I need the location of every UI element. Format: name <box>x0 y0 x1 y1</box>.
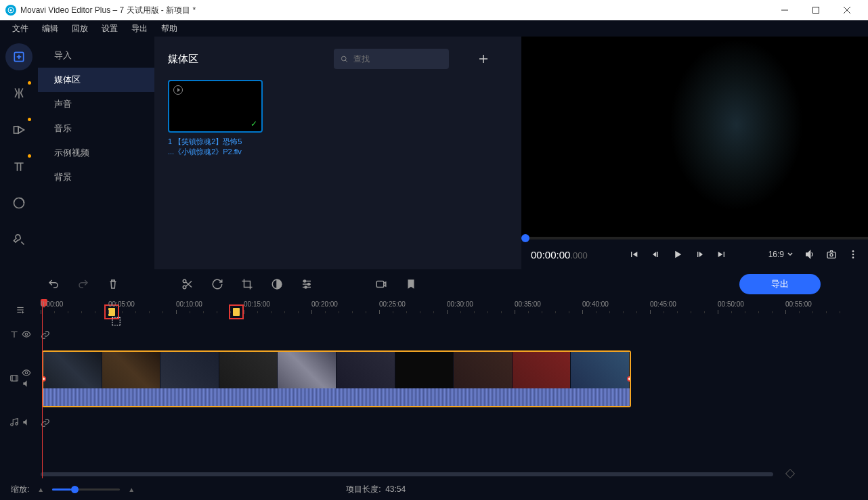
play-button[interactable] <box>672 248 684 260</box>
svg-rect-36 <box>11 376 18 381</box>
record-button[interactable] <box>375 278 387 290</box>
video-track-head[interactable] <box>0 350 41 406</box>
zoom-out-button[interactable]: ▲ <box>37 486 44 493</box>
svg-point-19 <box>852 256 854 258</box>
visibility-icon[interactable] <box>22 368 31 378</box>
titles-track[interactable] <box>41 321 868 348</box>
redo-button[interactable] <box>77 278 89 290</box>
sidebar-item-background[interactable]: 背景 <box>38 165 154 189</box>
play-icon <box>173 85 183 95</box>
window-title: Movavi Video Editor Plus – 7 天试用版 - 新项目 … <box>20 5 769 16</box>
marker-2[interactable] <box>229 304 244 319</box>
video-track[interactable] <box>41 350 868 406</box>
project-length: 项目长度: 43:54 <box>346 484 406 495</box>
svg-point-18 <box>852 254 854 256</box>
rail-import[interactable] <box>5 43 32 70</box>
svg-point-39 <box>25 371 28 374</box>
search-box[interactable] <box>334 49 449 69</box>
audio-track[interactable] <box>41 409 868 436</box>
svg-point-17 <box>852 250 854 252</box>
preview-video[interactable] <box>521 37 868 237</box>
clip-waveform <box>43 388 630 406</box>
menu-settings[interactable]: 设置 <box>95 23 125 35</box>
prev-frame-button[interactable] <box>650 249 661 260</box>
zoom-slider[interactable] <box>52 488 120 491</box>
menu-playback[interactable]: 回放 <box>65 23 95 35</box>
split-button[interactable] <box>181 278 194 290</box>
volume-button[interactable] <box>804 249 815 260</box>
delete-button[interactable] <box>107 278 119 290</box>
svg-rect-15 <box>827 252 836 258</box>
sidebar-item-sounds[interactable]: 声音 <box>38 92 154 116</box>
undo-button[interactable] <box>47 278 60 290</box>
rail-transitions[interactable] <box>5 116 32 143</box>
music-icon <box>9 417 19 427</box>
close-button[interactable] <box>831 0 863 20</box>
export-button[interactable]: 导出 <box>739 274 821 294</box>
next-clip-button[interactable] <box>716 249 727 260</box>
svg-rect-29 <box>376 281 384 288</box>
svg-rect-3 <box>813 7 819 14</box>
search-input[interactable] <box>353 54 442 64</box>
titles-track-head[interactable] <box>0 321 41 348</box>
menu-help[interactable]: 帮助 <box>154 23 184 35</box>
menu-file[interactable]: 文件 <box>5 23 35 35</box>
audio-icon[interactable] <box>22 417 31 427</box>
zoom-in-button[interactable]: ▲ <box>128 486 135 493</box>
rail-filters[interactable] <box>5 80 32 107</box>
crop-button[interactable] <box>241 278 253 290</box>
timeline-toolbar: 导出 <box>0 269 868 299</box>
rotate-button[interactable] <box>211 278 223 290</box>
preview-controls: 00:00:00.000 16:9 <box>521 240 868 269</box>
next-frame-button[interactable] <box>695 249 706 260</box>
svg-rect-9 <box>14 127 19 133</box>
search-icon <box>341 55 348 64</box>
titles-icon <box>9 329 19 339</box>
svg-point-35 <box>25 333 28 336</box>
timeline-ruler[interactable]: ⬚ 0:00:0000:05:0000:10:0000:15:0000:20:0… <box>41 299 868 321</box>
svg-point-41 <box>16 423 18 426</box>
menu-export[interactable]: 导出 <box>125 23 154 35</box>
sidebar-item-sample[interactable]: 示例视频 <box>38 141 154 165</box>
rail-tools[interactable] <box>5 226 32 253</box>
color-button[interactable] <box>271 278 283 290</box>
timeline-scrollbar[interactable] <box>0 470 868 478</box>
maximize-button[interactable] <box>800 0 831 20</box>
add-media-button[interactable] <box>473 49 494 69</box>
svg-point-16 <box>830 254 833 256</box>
import-sidebar: 导入 媒体区 声音 音乐 示例视频 背景 <box>38 37 154 269</box>
rail-titles[interactable] <box>5 153 32 180</box>
adjust-button[interactable] <box>301 278 313 290</box>
minimize-button[interactable] <box>769 0 800 20</box>
visibility-icon[interactable] <box>22 329 31 339</box>
media-clip-thumbnail[interactable]: ✓ <box>168 80 263 133</box>
more-button[interactable] <box>848 249 859 260</box>
audio-icon[interactable] <box>22 379 31 388</box>
svg-point-11 <box>341 56 346 61</box>
marker-button[interactable] <box>405 278 417 290</box>
menu-edit[interactable]: 编辑 <box>35 23 65 35</box>
media-clip[interactable]: ✓ 1 【笑镇惊魂2】恐怖5 ...《小镇惊魂2》P2.flv <box>168 80 263 158</box>
preview-panel: ? 00:00:00.000 16:9 <box>521 37 868 269</box>
tool-rail <box>0 37 38 269</box>
prev-clip-button[interactable] <box>628 249 639 260</box>
sidebar-item-import[interactable]: 导入 <box>38 43 154 68</box>
media-panel: 媒体区 ✓ 1 【笑镇惊魂2】恐怖5 ...《小镇惊魂2》P2.flv <box>154 37 521 269</box>
clip-handle-right[interactable] <box>627 376 631 382</box>
media-clip-caption: 1 【笑镇惊魂2】恐怖5 ...《小镇惊魂2》P2.flv <box>168 137 263 158</box>
audio-track-head[interactable] <box>0 409 41 436</box>
chevron-down-icon <box>787 251 794 258</box>
aspect-ratio-dropdown[interactable]: 16:9 <box>768 250 794 259</box>
preview-timecode: 00:00:00.000 <box>531 249 588 260</box>
zoom-knob[interactable] <box>71 486 79 493</box>
sidebar-item-music[interactable]: 音乐 <box>38 116 154 141</box>
rail-stickers[interactable] <box>5 189 32 217</box>
preview-scrubber[interactable] <box>521 237 868 240</box>
svg-point-20 <box>183 279 186 283</box>
svg-point-27 <box>308 283 310 286</box>
snapshot-button[interactable] <box>826 249 837 260</box>
video-clip[interactable] <box>42 350 631 407</box>
scrubber-head[interactable] <box>521 234 529 242</box>
add-track-button[interactable] <box>0 299 41 321</box>
sidebar-item-media[interactable]: 媒体区 <box>38 68 154 92</box>
